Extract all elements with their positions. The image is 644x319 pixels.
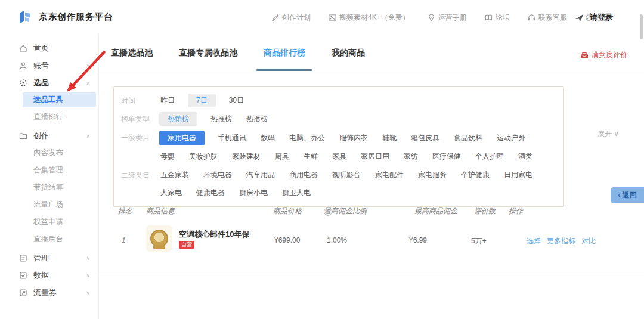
chevron-down-icon: ∨ <box>86 272 90 278</box>
chevron-down-icon: ∨ <box>86 63 90 69</box>
category2-chip[interactable]: 个护健康 <box>460 168 491 182</box>
tab-product-ranking[interactable]: 商品排行榜 <box>264 48 305 58</box>
category1-chip[interactable]: 箱包皮具 <box>410 131 441 145</box>
category2-chip[interactable]: 环境电器 <box>202 168 233 182</box>
sidebar-item-manage[interactable]: 管理 ∨ <box>0 249 98 267</box>
category1-chip-selected[interactable]: 家用电器 <box>159 131 205 145</box>
nav-item-handbook[interactable]: 运营手册 <box>428 13 467 23</box>
category2-chip[interactable]: 厨卫大电 <box>281 186 312 200</box>
category1-chip[interactable]: 个人护理 <box>474 150 505 163</box>
category2-chip[interactable]: 家电配件 <box>374 168 405 182</box>
login-button[interactable]: 请登录 <box>590 12 613 23</box>
tab-my-products[interactable]: 我的商品 <box>332 48 365 58</box>
time-chip[interactable]: 昨日 <box>159 94 176 107</box>
sidebar-item-selection-tools[interactable]: 选品工具 <box>0 91 98 109</box>
choose-link[interactable]: 选择 <box>527 236 541 246</box>
expand-toggle[interactable]: 展开 ∨ <box>597 129 619 139</box>
more-metrics-link[interactable]: 更多指标 <box>547 236 575 246</box>
category2-chip[interactable]: 厨房小电 <box>238 186 269 200</box>
sidebar-item-live-ranking[interactable]: 直播排行 <box>0 109 98 126</box>
main-content: 直播选品池 直播专属收品池 商品排行榜 我的商品 满意度评价 时间 昨日 7日 … <box>99 35 644 319</box>
table-header: 排名 商品信息 商品价格 最高佣金比例 最高商品佣金 评价数 操作 <box>99 206 644 217</box>
col-rank: 排名 <box>118 206 132 216</box>
sidebar-item-commission-settle[interactable]: 带货结算 <box>0 179 98 196</box>
tab-live-pool[interactable]: 直播选品池 <box>111 48 153 58</box>
sort-icon[interactable] <box>274 208 278 215</box>
time-chip-selected[interactable]: 7日 <box>188 94 216 107</box>
category1-chip[interactable]: 医疗保健 <box>431 150 462 163</box>
sidebar-item-content-publish[interactable]: 内容发布 <box>0 144 98 162</box>
pencil-icon <box>271 14 279 21</box>
sidebar-item-traffic-plaza[interactable]: 流量广场 <box>0 196 98 213</box>
check-square-icon <box>19 271 27 280</box>
jd-logo[interactable]: 京东创作服务平台 <box>18 9 113 24</box>
col-max-ratio: 最高佣金比例 <box>324 206 367 216</box>
category1-chip[interactable]: 食品饮料 <box>453 131 484 145</box>
category1-chip[interactable]: 手机通讯 <box>216 131 247 145</box>
sort-icon[interactable] <box>475 208 479 215</box>
category2-chip[interactable]: 大家电 <box>159 186 183 200</box>
sidebar-item-data[interactable]: 数据 ∨ <box>0 267 98 284</box>
category1-chip[interactable]: 厨具 <box>274 150 290 163</box>
sidebar-item-selection[interactable]: 选品 ∧ <box>0 74 98 91</box>
tab-live-exclusive-pool[interactable]: 直播专属收品池 <box>179 48 237 58</box>
satisfaction-link[interactable]: 满意度评价 <box>580 50 627 60</box>
category1-chip[interactable]: 电脑、办公 <box>288 131 326 145</box>
product-name[interactable]: 空调核心部件10年保 <box>179 229 249 240</box>
content-divider <box>99 272 644 272</box>
sidebar-item-live-backstage[interactable]: 直播后台 <box>0 231 98 248</box>
category1-chip[interactable]: 数码 <box>259 131 276 145</box>
sidebar-item-rights-apply[interactable]: 权益申请 <box>0 213 98 231</box>
sidebar-item-account[interactable]: 账号 ∨ <box>0 57 98 74</box>
nav-item-forum[interactable]: 论坛 <box>485 13 510 23</box>
chevron-up-icon: ∧ <box>86 133 90 139</box>
compare-link[interactable]: 对比 <box>581 236 596 246</box>
header-bar: 京东创作服务平台 创作计划 视频素材4K+（免费） <box>0 0 644 35</box>
jd-logo-icon <box>18 9 33 24</box>
category1-chip[interactable]: 家纺 <box>402 150 419 163</box>
category1-chip[interactable]: 家具 <box>331 150 348 163</box>
category2-chip[interactable]: 五金家装 <box>159 168 190 182</box>
time-chip[interactable]: 30日 <box>228 94 245 107</box>
sidebar-item-traffic-coupon[interactable]: 流量券 ∨ <box>0 284 98 301</box>
category1-chip[interactable]: 家装建材 <box>231 150 262 163</box>
col-price: 商品价格 <box>273 206 302 216</box>
category1-chip[interactable]: 服饰内衣 <box>338 131 369 145</box>
nav-item-create-plan[interactable]: 创作计划 <box>271 13 311 23</box>
sidebar-item-creation[interactable]: 创作 ∧ <box>0 127 98 144</box>
sort-icon[interactable] <box>325 208 329 215</box>
category2-chip[interactable]: 视听影音 <box>331 168 362 182</box>
category1-chip[interactable]: 酒类 <box>517 150 534 163</box>
platform-title: 京东创作服务平台 <box>39 11 113 23</box>
category2-chip[interactable]: 家电服务 <box>417 168 448 182</box>
back-button[interactable]: ‹ 返回 <box>611 187 644 203</box>
category1-chip[interactable]: 生鲜 <box>302 150 319 163</box>
category1-chip[interactable]: 鞋靴 <box>381 131 398 145</box>
product-thumbnail[interactable] <box>146 225 172 252</box>
filter-row-time: 时间 昨日 7日 30日 <box>121 94 556 107</box>
rank-type-chip[interactable]: 热播榜 <box>245 112 269 126</box>
self-operated-badge: 自营 <box>179 241 194 249</box>
category1-chip[interactable]: 美妆护肤 <box>188 150 219 163</box>
rank-type-chip[interactable]: 热推榜 <box>209 112 233 126</box>
sort-icon[interactable] <box>416 208 419 215</box>
user-icon <box>19 61 27 70</box>
category2-chip[interactable]: 健康电器 <box>195 186 226 200</box>
category2-chip[interactable]: 商用电器 <box>288 168 319 182</box>
category2-chip[interactable]: 汽车用品 <box>245 168 276 182</box>
category1-chip[interactable]: 家居日用 <box>360 150 391 163</box>
nav-item-customer-service[interactable]: 联系客服 <box>528 13 567 23</box>
category1-chip[interactable]: 母婴 <box>159 150 176 163</box>
sidebar-item-home[interactable]: 首页 <box>0 39 98 57</box>
sidebar-item-collection-manage[interactable]: 合集管理 <box>0 162 98 179</box>
chevron-up-icon: ∧ <box>86 80 90 86</box>
rank-type-filter-label: 榜单类型 <box>121 112 159 125</box>
category2-chip[interactable]: 日用家电 <box>503 168 534 182</box>
nav-label: 运营手册 <box>438 13 467 23</box>
category1-chip[interactable]: 运动户外 <box>496 131 527 145</box>
rank-type-chip-selected[interactable]: 热销榜 <box>159 112 197 126</box>
nav-label: 视频素材4K+（免费） <box>339 13 410 23</box>
home-icon <box>19 44 27 52</box>
nav-item-video-assets[interactable]: 视频素材4K+（免费） <box>329 13 410 23</box>
sidebar: 首页 账号 ∨ 选品 ∧ 选品工具 直播排行 创作 ∧ <box>0 35 99 319</box>
